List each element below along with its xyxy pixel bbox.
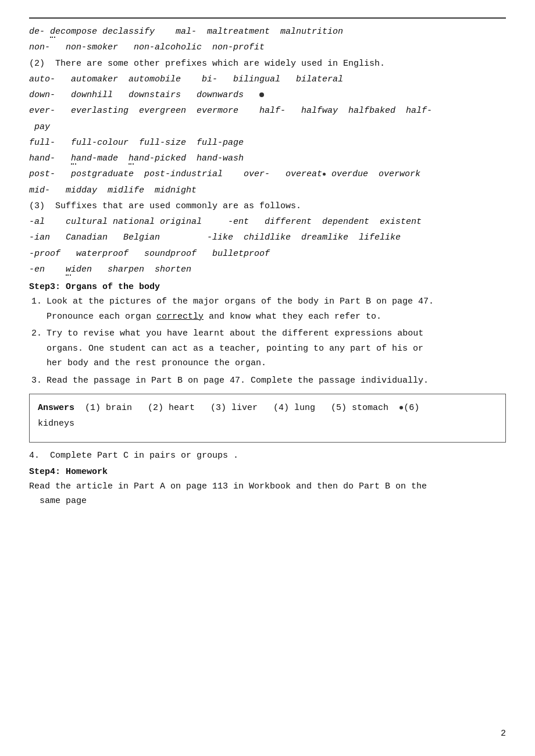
list-item-1: 1. Look at the pictures of the major org… bbox=[29, 294, 506, 324]
prefix-de-words: decompose declassify mal- maltreatment m… bbox=[50, 27, 343, 38]
list-content-2: Try to revise what you have learnt about… bbox=[47, 326, 506, 371]
prefix-line-3: (2) There are some other prefixes which … bbox=[29, 56, 506, 72]
prefix-line-16: -en widen sharpen shorten bbox=[29, 262, 506, 277]
word-correctly: correctly bbox=[156, 312, 204, 322]
prefix-line-4: auto- automaker automobile bi- bilingual… bbox=[29, 72, 506, 87]
prefix-line-8: full- full-colour full-size full-page bbox=[29, 135, 506, 151]
prefix-line-15: -proof waterproof soundproof bulletproof bbox=[29, 247, 506, 262]
prefix-line-5: down- downhill downstairs downwards bbox=[29, 88, 506, 103]
prefix-de: de- bbox=[29, 27, 50, 37]
prefix-line-13: -al cultural national original -ent diff… bbox=[29, 215, 506, 230]
prefix-line-6: ever- everlasting evergreen evermore hal… bbox=[29, 104, 506, 119]
page: de- decompose declassify mal- maltreatme… bbox=[0, 0, 535, 756]
word-about: about bbox=[230, 329, 256, 338]
prefix-line-10: post- postgraduate post-industrial over-… bbox=[29, 167, 506, 182]
answers-content: (1) brain (2) heart (3) liver (4) lung (… bbox=[80, 403, 419, 413]
list-content-3: Read the passage in Part B on page 47. C… bbox=[47, 373, 506, 388]
step3-heading: Step3: Organs of the body bbox=[29, 282, 506, 292]
prefix-line-7: pay bbox=[29, 120, 506, 135]
prefix-line-9: hand- hand-made hand-picked hand-wash bbox=[29, 151, 506, 166]
homework-text: Read the article in Part A on page 113 i… bbox=[29, 479, 506, 509]
list-item-3: 3. Read the passage in Part B on page 47… bbox=[29, 373, 506, 388]
item-4: 4. Complete Part C in pairs or groups . bbox=[29, 448, 506, 463]
answers-kidneys: kidneys bbox=[38, 419, 74, 429]
prefix-line-11: mid- midday midlife midnight bbox=[29, 183, 506, 198]
page-number: 2 bbox=[501, 729, 506, 739]
list-num-2: 2. bbox=[29, 326, 47, 341]
prefix-line-1: de- decompose declassify mal- maltreatme… bbox=[29, 24, 506, 40]
answers-label: Answers bbox=[38, 403, 74, 413]
prefix-line-14: -ian Canadian Belgian -like childlike dr… bbox=[29, 230, 506, 245]
list-num-1: 1. bbox=[29, 294, 47, 309]
word-and: and bbox=[209, 312, 224, 322]
list-num-3: 3. bbox=[29, 373, 47, 388]
list-item-2: 2. Try to revise what you have learnt ab… bbox=[29, 326, 506, 371]
top-divider bbox=[29, 17, 506, 19]
word-learnt: learnt bbox=[193, 329, 224, 338]
prefix-line-2: non- non-smoker non-alcoholic non-profit bbox=[29, 40, 506, 55]
list-content-1: Look at the pictures of the major organs… bbox=[47, 294, 506, 324]
prefix-line-12: (3) Suffixes that are used commonly are … bbox=[29, 199, 506, 214]
answers-box: Answers (1) brain (2) heart (3) liver (4… bbox=[29, 394, 506, 443]
word-as: as bbox=[193, 344, 204, 354]
step4-heading: Step4: Homework bbox=[29, 467, 506, 477]
